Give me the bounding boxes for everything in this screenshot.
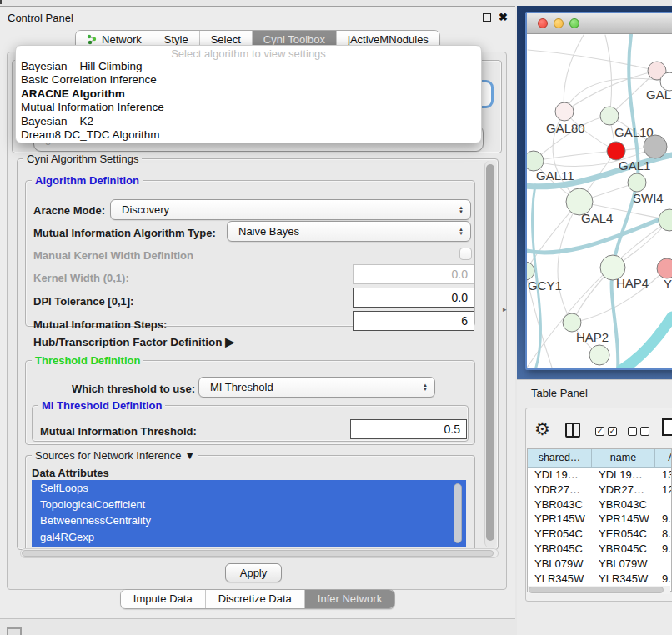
table-row[interactable]: YBL079WYBL079W [528,557,671,572]
algorithm-option[interactable]: Dream8 DC_TDC Algorithm [16,128,481,142]
float-panel-icon[interactable] [483,13,491,22]
table-cell[interactable]: 12 [655,482,672,498]
hub-definition-label[interactable]: Hub/Transcription Factor Definition ▶ [33,335,234,348]
network-node[interactable] [600,107,619,125]
tab-discretize-data[interactable]: Discretize Data [205,590,304,608]
network-node[interactable] [628,173,646,192]
network-edge-thick [621,317,672,368]
minimize-window-icon[interactable] [554,18,564,28]
close-window-icon[interactable] [538,18,548,28]
column-header[interactable]: shared… [528,449,592,468]
network-node[interactable] [659,209,672,231]
manual-kernel-width-checkbox[interactable] [459,248,472,260]
deselect-all-checkbox-icon[interactable] [628,427,637,436]
minimized-panel-icon[interactable] [7,628,22,635]
table-cell[interactable]: YBR045C [592,542,655,557]
tab-infer-network[interactable]: Infer Network [304,590,394,608]
table-cell[interactable] [655,557,672,572]
apply-button[interactable]: Apply [225,563,282,582]
column-header[interactable]: A [655,449,672,468]
table-cell[interactable]: YDR27… [592,482,655,498]
algorithm-option[interactable]: Bayesian – K2 [16,115,481,128]
table-cell[interactable]: YPR145W [592,512,655,527]
table-row[interactable]: YER054CYER054C8. [528,527,671,542]
expand-right-icon[interactable]: ▶ [225,335,234,348]
sources-title[interactable]: Sources for Network Inference ▼ [32,449,198,462]
table-cell[interactable]: 9. [655,542,672,557]
table-cell[interactable]: YDL19… [528,468,592,482]
algorithm-option[interactable]: Mutual Information Inference [16,101,481,114]
network-edge-thick [533,185,541,368]
table-row[interactable]: YBR043CYBR043C [528,498,671,512]
table-cell[interactable]: YLR345W [592,572,655,587]
table-row[interactable]: YLR345WYLR345W9. [528,572,671,587]
network-node[interactable] [527,262,534,280]
which-threshold-combo[interactable]: MI Threshold ▲▼ [198,377,435,398]
kernel-width-field[interactable]: 0.0 [353,264,474,284]
select-all-checkbox-icon[interactable]: ✓ [608,427,617,436]
table-row[interactable]: YDR27…YDR27…12 [528,482,671,498]
table-cell[interactable]: YBR043C [592,498,655,512]
network-canvas[interactable]: GALGAL80GAL10GAL1GAL11SWI4GAL4GCY1HAP4YH… [527,34,672,368]
network-node[interactable] [644,135,667,158]
table-cell[interactable]: YBR045C [528,542,592,557]
table-panel-title: Table Panel [531,387,588,399]
attribute-list-item[interactable]: BetweennessCentrality [32,512,466,529]
table-cell[interactable]: YDR27… [528,482,592,498]
mi-steps-field[interactable]: 6 [353,311,474,331]
table-row[interactable]: YDL19…YDL19…13 [528,468,671,482]
table-row[interactable]: YPR145WYPR145W9. [528,512,671,527]
tab-impute-data[interactable]: Impute Data [121,590,205,608]
network-node[interactable] [563,313,581,332]
table-row[interactable]: YBR045CYBR045C9. [528,542,671,557]
column-header[interactable]: name [592,449,655,468]
attribute-list-item[interactable]: TopologicalCoefficient [32,497,466,513]
algorithm-option[interactable]: ARACNE Algorithm [16,88,481,101]
table-cell[interactable]: YBL079W [592,557,655,572]
table-cell[interactable]: 8. [655,527,672,542]
mi-threshold-field[interactable]: 0.5 [350,419,467,439]
table-cell[interactable]: YER054C [592,527,655,542]
network-edge [605,35,612,116]
table-cell[interactable]: YLR345W [528,572,592,587]
table-hscrollbar-thumb[interactable] [529,587,664,593]
table-cell[interactable] [655,498,672,512]
table-cell[interactable]: YBL079W [528,557,592,572]
zoom-window-icon[interactable] [569,18,579,28]
algorithm-option[interactable]: Basic Correlation Inference [16,73,481,87]
settings-scrollbar-thumb[interactable] [486,164,494,541]
network-node[interactable] [589,345,609,365]
close-panel-icon[interactable]: ✖ [499,13,508,22]
select-all-checkbox-icon[interactable]: ✓ [595,427,604,436]
data-attributes-label: Data Attributes [32,467,109,479]
table-cell[interactable]: YER054C [528,527,592,542]
deselect-all-checkbox-icon[interactable] [640,427,649,436]
panel-divider-arrow-icon[interactable]: ▸ [503,305,507,313]
table-cell[interactable]: 9. [655,512,672,527]
mi-algorithm-type-combo[interactable]: Naive Bayes ▲▼ [227,221,471,242]
table-cell[interactable]: 9. [655,572,672,587]
table-cell[interactable]: YDL19… [592,468,655,482]
network-node[interactable] [555,102,574,121]
network-node[interactable] [607,142,625,160]
table-cell[interactable]: YBR043C [528,498,592,512]
export-table-icon[interactable] [662,418,672,436]
network-window-titlebar[interactable] [527,13,672,34]
algorithm-option[interactable]: Bayesian – Hill Climbing [16,60,481,73]
data-attributes-list[interactable]: SelfLoopsTopologicalCoefficientBetweenne… [32,480,466,547]
table-cell[interactable]: 13 [655,468,672,482]
attribute-list-item[interactable]: gal4RGexp [32,529,466,546]
aracne-mode-combo[interactable]: Discovery ▲▼ [110,199,471,220]
settings-hscrollbar-thumb[interactable] [22,550,494,557]
attribute-list-item[interactable]: SelfLoops [32,480,466,497]
node-label: SWI4 [633,191,664,205]
node-label: HAP4 [616,276,649,290]
columns-icon[interactable] [565,422,580,438]
cyni-bottom-tabbar: Impute Data Discretize Data Infer Networ… [0,589,515,609]
node-label: GAL4 [581,211,613,225]
dpi-tolerance-field[interactable]: 0.0 [353,288,474,308]
collapse-down-icon[interactable]: ▼ [184,449,195,462]
table-cell[interactable]: YPR145W [528,512,592,527]
gear-icon[interactable]: ⚙ [534,419,550,439]
attributes-scrollbar-thumb[interactable] [454,483,462,543]
